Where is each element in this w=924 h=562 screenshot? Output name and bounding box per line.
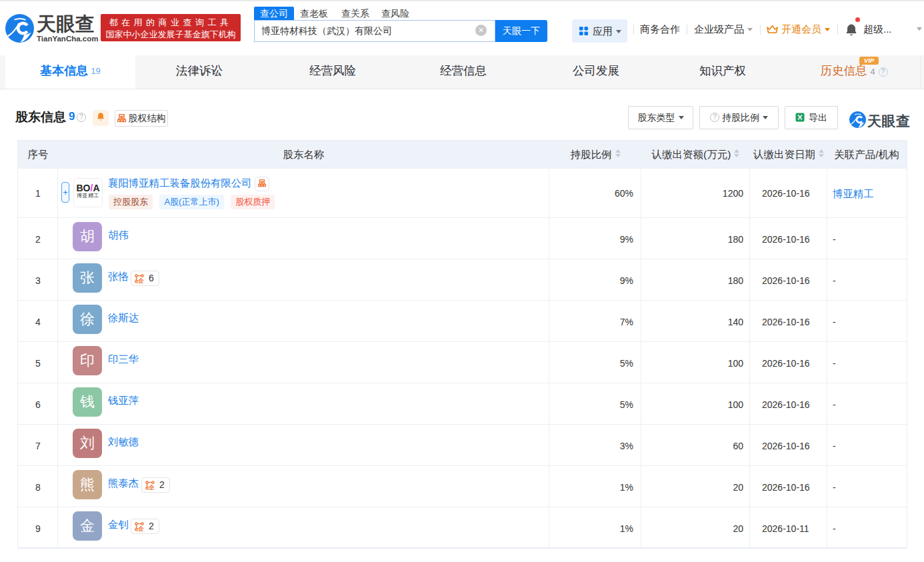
svg-text:企: 企 (137, 525, 144, 531)
svg-text:企: 企 (137, 277, 144, 283)
svg-text:企: 企 (148, 484, 155, 490)
